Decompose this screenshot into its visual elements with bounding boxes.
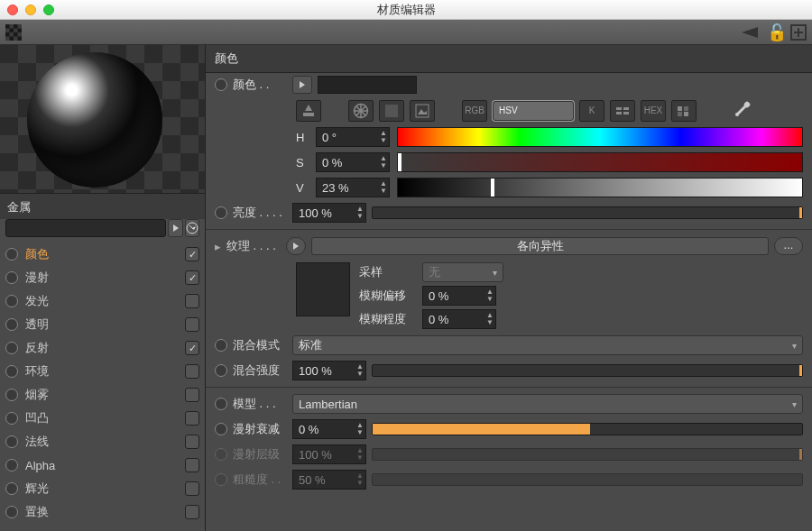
channel-checkbox[interactable] — [185, 294, 199, 308]
pick-button[interactable] — [185, 219, 199, 237]
channel-checkbox[interactable] — [185, 505, 199, 519]
channel-checkbox[interactable] — [185, 411, 199, 426]
eyedropper-icon[interactable] — [733, 99, 752, 122]
color-radio[interactable] — [215, 78, 227, 91]
channel-checkbox[interactable] — [185, 435, 199, 449]
lock-icon[interactable]: 🔓 — [767, 23, 787, 42]
channel-radio[interactable] — [5, 318, 18, 331]
channel-radio[interactable] — [5, 365, 18, 378]
h-stepper[interactable]: ▲▼ — [380, 130, 387, 144]
close-window-icon[interactable] — [7, 5, 18, 15]
sampling-select[interactable]: 无▾ — [422, 262, 503, 282]
channel-radio[interactable] — [5, 506, 18, 518]
color-wheel-icon[interactable] — [348, 100, 374, 122]
channel-row-9[interactable]: Alpha — [5, 453, 199, 477]
s-input[interactable] — [316, 152, 390, 172]
color-dropdown[interactable] — [292, 76, 312, 94]
svg-rect-2 — [14, 24, 18, 29]
add-tab-icon[interactable] — [790, 24, 807, 41]
blend-strength-radio[interactable] — [215, 364, 227, 377]
channel-row-10[interactable]: 辉光 — [5, 477, 199, 500]
material-icon[interactable] — [5, 24, 22, 41]
channel-row-7[interactable]: 凹凸 — [5, 407, 199, 430]
channel-radio[interactable] — [5, 248, 18, 261]
falloff-slider[interactable] — [372, 423, 803, 435]
hue-slider[interactable] — [397, 127, 803, 147]
channel-checkbox[interactable] — [185, 247, 199, 261]
texture-more-button[interactable]: ... — [774, 237, 803, 255]
picker-mode-1-icon[interactable] — [296, 100, 321, 122]
channel-checkbox[interactable] — [185, 388, 199, 402]
swatches-icon[interactable] — [671, 100, 697, 122]
texture-thumbnail[interactable] — [296, 262, 350, 316]
blend-strength-input[interactable] — [292, 361, 366, 380]
val-slider[interactable] — [397, 178, 803, 197]
channel-row-8[interactable]: 法线 — [5, 430, 199, 453]
blend-mode-radio[interactable] — [215, 339, 227, 352]
maximize-window-icon[interactable] — [43, 5, 54, 15]
channel-row-4[interactable]: 反射 — [5, 336, 199, 360]
blend-strength-stepper[interactable]: ▲▼ — [356, 363, 364, 378]
model-radio[interactable] — [215, 398, 227, 410]
channel-row-2[interactable]: 发光 — [5, 289, 199, 313]
channel-radio[interactable] — [5, 435, 18, 448]
brightness-stepper[interactable]: ▲▼ — [356, 206, 364, 220]
blend-strength-slider[interactable] — [372, 364, 803, 377]
search-dropdown[interactable] — [168, 219, 183, 237]
channel-radio[interactable] — [5, 295, 18, 307]
channel-row-3[interactable]: 透明 — [5, 313, 199, 336]
channel-checkbox[interactable] — [185, 317, 199, 332]
nav-back-icon[interactable] — [738, 25, 763, 40]
channel-checkbox[interactable] — [185, 481, 199, 496]
channel-radio[interactable] — [5, 482, 18, 495]
hex-mode[interactable]: HEX — [641, 100, 666, 122]
channel-checkbox[interactable] — [185, 458, 199, 472]
blur-offset-input[interactable] — [422, 286, 496, 306]
channel-radio[interactable] — [5, 342, 18, 354]
brightness-slider[interactable] — [372, 206, 803, 219]
material-name[interactable]: 金属 — [0, 194, 205, 219]
mixer-icon[interactable] — [610, 100, 635, 122]
channel-checkbox[interactable] — [185, 364, 199, 379]
channel-row-1[interactable]: 漫射 — [5, 266, 199, 289]
falloff-stepper[interactable]: ▲▼ — [356, 422, 364, 436]
channel-label: 法线 — [25, 434, 178, 450]
texture-expand-icon[interactable]: ▸ — [215, 240, 221, 253]
channel-search-input[interactable] — [5, 219, 166, 237]
h-input[interactable] — [316, 127, 390, 147]
channel-row-6[interactable]: 烟雾 — [5, 383, 199, 407]
channel-row-0[interactable]: 颜色 — [5, 243, 199, 266]
blend-mode-select[interactable]: 标准▾ — [292, 335, 803, 355]
channel-row-5[interactable]: 环境 — [5, 360, 199, 383]
channel-radio[interactable] — [5, 412, 18, 425]
model-select[interactable]: Lambertian▾ — [292, 394, 803, 414]
brightness-radio[interactable] — [215, 206, 227, 219]
h-label: H — [296, 131, 309, 144]
material-preview[interactable] — [0, 45, 205, 194]
rgb-mode[interactable]: RGB — [462, 100, 487, 122]
image-icon[interactable] — [410, 100, 435, 122]
color-swatch[interactable] — [318, 76, 417, 94]
hsv-mode[interactable]: HSV — [493, 101, 574, 121]
spectrum-icon[interactable] — [379, 100, 404, 122]
minimize-window-icon[interactable] — [25, 5, 36, 15]
channel-checkbox[interactable] — [185, 270, 199, 285]
blur-stepper[interactable]: ▲▼ — [486, 312, 494, 326]
falloff-input[interactable] — [292, 419, 366, 439]
blur-offset-stepper[interactable]: ▲▼ — [486, 288, 494, 303]
blur-input[interactable] — [422, 309, 496, 329]
falloff-radio[interactable] — [215, 423, 227, 435]
channel-radio[interactable] — [5, 271, 18, 284]
sat-slider[interactable] — [397, 152, 803, 172]
channel-radio[interactable] — [5, 459, 18, 471]
channel-checkbox[interactable] — [185, 341, 199, 355]
anisotropy-button[interactable]: 各向异性 — [311, 237, 769, 255]
texture-nav-button[interactable] — [286, 237, 306, 255]
channel-radio[interactable] — [5, 389, 18, 401]
brightness-input[interactable] — [292, 203, 366, 223]
v-stepper[interactable]: ▲▼ — [380, 180, 387, 195]
s-stepper[interactable]: ▲▼ — [380, 155, 387, 169]
v-input[interactable] — [316, 178, 390, 197]
channel-row-11[interactable]: 置换 — [5, 500, 199, 524]
k-mode[interactable]: K — [579, 100, 604, 122]
